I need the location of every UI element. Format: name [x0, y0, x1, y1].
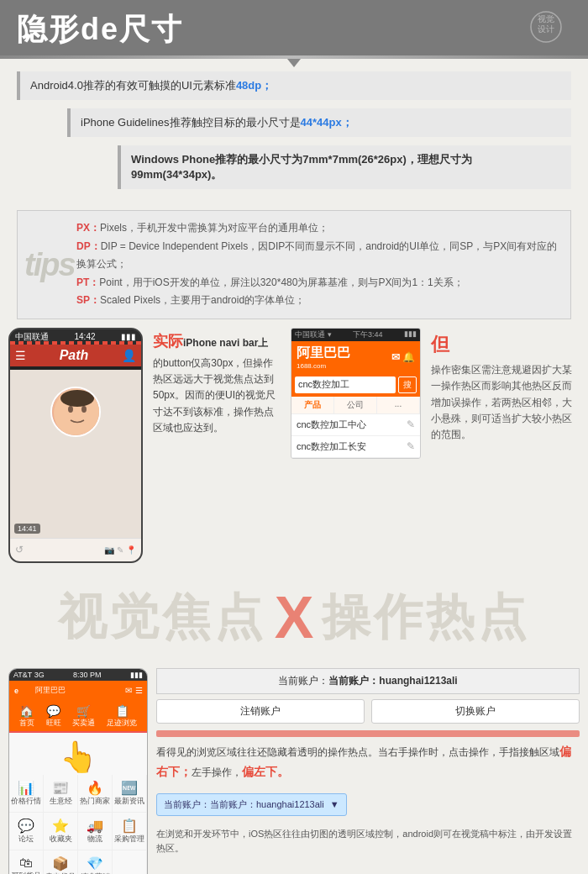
- but-char: 但: [431, 329, 576, 359]
- big-text-cross: X: [275, 584, 314, 651]
- browse-icon: 📋: [107, 704, 137, 718]
- path-description: 实际iPhone navi bar上 的button仅高30px，但操作热区远远…: [150, 328, 284, 440]
- grid-生意经[interactable]: 📰 生意经: [44, 775, 78, 813]
- grid-精准营销[interactable]: 💎 精准营销: [78, 850, 113, 874]
- alibaba-search-display: cnc数控加工: [295, 376, 396, 393]
- tips-pt-line: PT：Point，用于iOS开发的单位，屏注以320*480为屏幕基准，则与PX…: [76, 274, 558, 292]
- battery-icon: ▮▮▮: [121, 332, 136, 341]
- svg-text:设计: 设计: [538, 24, 554, 34]
- grid-价格行情[interactable]: 📊 价格行情: [9, 775, 44, 813]
- grid-热门商家[interactable]: 🔥 热门商家: [78, 775, 113, 813]
- tips-content: PX：Pixels，手机开发中需换算为对应平台的通用单位； DP：DIP = D…: [76, 219, 558, 310]
- person-icon: 👤: [122, 349, 136, 362]
- edit-icon-1: ✎: [407, 419, 415, 430]
- left-hand-text: 偏左下。: [242, 765, 289, 778]
- android-phone-wrapper: AT&T 3G 8:30 PM ▮▮▮ e 阿里巴巴 ✉ ☰: [8, 668, 148, 874]
- alibaba-result-2: cnc数控加工长安 ✎: [291, 436, 420, 458]
- android-home-旺旺[interactable]: 💬 旺旺: [46, 704, 61, 729]
- alibaba-tab-more[interactable]: ...: [377, 397, 420, 413]
- tips-section: Android4.0推荐的有效可触摸的UI元素标准48dp； iPhone Gu…: [0, 59, 588, 202]
- android-home-row: 🏠 首页 💬 旺旺 🛒 买卖通 📋 足迹浏览: [9, 701, 147, 733]
- windows-tips-text: Windows Phone推荐的最小尺寸为7mm*7mm(26*26px)，理想…: [131, 153, 472, 181]
- path-bottom-bar: ↺ 📷 ✎ 📍: [10, 538, 141, 561]
- bottom-desc-text: 看得见的浏览区域往往还隐藏着透明的操作热点。当右手操作时，点击操作，手指接触区域…: [156, 742, 580, 782]
- header-logo: 视觉 设计: [521, 8, 571, 50]
- grid-采购管理[interactable]: 📋 采购管理: [113, 813, 147, 850]
- account-btn-row: 注销账户 切换账户: [156, 699, 580, 724]
- home-icon: 🏠: [19, 704, 34, 718]
- big-text-right: 操作热点: [322, 585, 530, 650]
- fire-icon: 🔥: [80, 780, 110, 796]
- alibaba-nav-text: 阿里巴巴: [35, 685, 66, 696]
- iphone-tips-text: iPhone Guidelines推荐触控目标的最小尺寸是: [81, 116, 301, 129]
- big-text-section: 视觉焦点 X 操作热点: [0, 571, 588, 664]
- android-tips-text: Android4.0推荐的有效可触摸的UI元素标准: [30, 79, 236, 92]
- forum-icon: 💬: [11, 818, 41, 834]
- marketing-icon: 💎: [80, 856, 110, 871]
- alibaba-desc-text: 操作密集区需注意规避因扩大某一操作热区而影响其他热区反而增加误操作，若两热区相邻…: [431, 362, 576, 443]
- android-time: 8:30 PM: [73, 671, 102, 679]
- iphone-tips-line: iPhone Guidelines推荐触控目标的最小尺寸是44*44px；: [67, 108, 571, 137]
- grid-物流[interactable]: 🚚 物流: [78, 813, 113, 850]
- tooltip-arrow: ▼: [330, 799, 339, 809]
- android-home-买卖[interactable]: 🛒 买卖通: [72, 704, 95, 729]
- iphone-highlight: 44*44px；: [301, 116, 353, 129]
- phone-android: AT&T 3G 8:30 PM ▮▮▮ e 阿里巴巴 ✉ ☰: [8, 668, 148, 874]
- tips-dp-desc: DIP = Device Independent Pixels，因DIP不同而显…: [76, 240, 557, 271]
- account-tooltip: 当前账户：当前账户：huanghai1213ali ▼: [156, 793, 347, 816]
- chart-icon: 📊: [11, 780, 41, 796]
- time-display: 14:42: [74, 332, 95, 341]
- android-home-首页[interactable]: 🏠 首页: [19, 704, 34, 729]
- switch-account-button[interactable]: 切换账户: [371, 699, 580, 724]
- alibaba-app-header: 阿里巴巴 1688.com ✉ 🔔: [291, 341, 420, 373]
- android-nav-icons: ✉ ☰: [125, 686, 143, 695]
- tips-dp-line: DP：DIP = Device Independent Pixels，因DIP不…: [76, 238, 558, 274]
- bottom-desc-text2: 在浏览和开发环节中，iOS热区往往由切图的透明区域控制，android则可在视觉…: [156, 827, 580, 856]
- alibaba-tab-product[interactable]: 产品: [291, 397, 334, 413]
- grid-empty: [113, 850, 147, 874]
- android-battery: ▮▮▮: [130, 671, 143, 679]
- account-header: 当前账户：当前账户：huanghai1213ali: [156, 668, 580, 694]
- edit-icon-2: ✎: [407, 440, 415, 452]
- android-home-浏览[interactable]: 📋 足迹浏览: [107, 704, 137, 729]
- android-grid: 📊 价格行情 📰 生意经 🔥 热门商家 🆕 最新资讯 💬 论坛: [9, 775, 147, 874]
- shop-icon: 🛒: [72, 704, 95, 718]
- tips-px-desc: Pixels，手机开发中需换算为对应平台的通用单位；: [100, 222, 328, 234]
- bottom-right-content: 当前账户：当前账户：huanghai1213ali 注销账户 切换账户 看得见的…: [156, 668, 580, 856]
- grid-收藏夹[interactable]: ⭐ 收藏夹: [44, 813, 78, 850]
- refresh-icon: ↺: [15, 544, 24, 555]
- phone-nav-bar-path: ☰ Path 👤: [10, 345, 141, 366]
- alibaba-search-button[interactable]: 搜: [398, 376, 417, 393]
- hand-gesture: 👆: [9, 733, 147, 775]
- book-icon: 📰: [45, 780, 76, 796]
- path-logo: Path: [60, 348, 89, 363]
- path-face: [52, 388, 99, 435]
- bottom-section: AT&T 3G 8:30 PM ▮▮▮ e 阿里巴巴 ✉ ☰: [8, 668, 580, 874]
- alibaba-time: 下午3:44: [353, 329, 383, 340]
- tips-dp-label: DP：: [76, 240, 101, 252]
- phone-alibaba: 中国联通 ▾ 下午3:44 ▮▮▮ 阿里巴巴 1688.com ✉ 🔔 cnc数…: [291, 328, 421, 459]
- purchase-icon: 📋: [114, 818, 144, 834]
- tips-px-label: PX：: [76, 222, 100, 234]
- grid-论坛[interactable]: 💬 论坛: [9, 813, 44, 850]
- right-hand-text: 偏右下；: [156, 745, 571, 778]
- alibaba-nav-logo: e: [13, 683, 30, 698]
- message-icon: 💬: [46, 704, 61, 718]
- tips-sp-desc: Scaled Pixels，主要用于android的字体单位；: [100, 294, 305, 306]
- grid-买到货品[interactable]: 🛍 买到货品: [9, 850, 44, 874]
- path-desc-title: 实际iPhone navi bar上: [153, 331, 281, 351]
- svg-text:e: e: [14, 686, 18, 694]
- svg-point-4: [68, 406, 73, 413]
- menu-icon: ☰: [15, 349, 26, 362]
- nav-icon-2: ☰: [135, 686, 143, 695]
- android-nav-bar: e 阿里巴巴 ✉ ☰: [9, 681, 147, 701]
- sell-icon: 📦: [45, 856, 76, 871]
- path-desc-body: 的button仅高30px，但操作热区远远大于视觉焦点达到50px。因而的便UI…: [153, 355, 281, 436]
- alibaba-icons: ✉ 🔔: [391, 351, 415, 363]
- android-tips-line: Android4.0推荐的有效可触摸的UI元素标准48dp；: [17, 71, 571, 100]
- alibaba-tab-company[interactable]: 公司: [334, 397, 377, 413]
- grid-卖出货品[interactable]: 📦 卖出货品: [44, 850, 78, 874]
- tips-sp-label: SP：: [76, 294, 100, 306]
- logout-button[interactable]: 注销账户: [156, 699, 365, 724]
- grid-最新资讯[interactable]: 🆕 最新资讯: [113, 775, 147, 813]
